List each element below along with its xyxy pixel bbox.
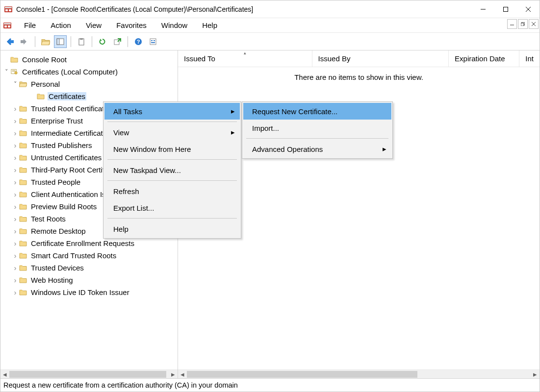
maximize-button[interactable] — [494, 0, 517, 18]
export-list-button[interactable] — [111, 35, 124, 48]
folder-icon — [19, 191, 28, 198]
toolbar-separator — [35, 36, 35, 47]
minimize-button[interactable] — [472, 0, 494, 18]
main-area: Console Root Certificates (Local Compute… — [0, 50, 540, 379]
expand-toggle-icon[interactable] — [11, 141, 19, 149]
mmc-window: Console1 - [Console Root\Certificates (L… — [0, 0, 540, 392]
scroll-left-icon[interactable]: ◂ — [178, 370, 187, 378]
expand-toggle-icon[interactable] — [11, 202, 19, 211]
folder-icon — [19, 154, 28, 162]
folder-icon — [37, 93, 46, 100]
folder-icon — [19, 227, 28, 235]
menu-window[interactable]: Window — [154, 20, 194, 30]
context-item-export-list[interactable]: Export List... — [104, 199, 240, 216]
expand-toggle-icon[interactable] — [11, 80, 19, 88]
context-item-new-window[interactable]: New Window from Here — [104, 141, 240, 157]
tree-horizontal-scrollbar[interactable]: ◂ ▸ — [0, 369, 178, 378]
expand-toggle-icon[interactable] — [11, 239, 19, 247]
folder-icon — [19, 166, 28, 174]
expand-toggle-icon[interactable] — [11, 288, 19, 296]
column-header-issued-to[interactable]: Issued To ▴ — [178, 50, 312, 67]
tree-node-wlid-token-issuer[interactable]: Windows Live ID Token Issuer — [0, 286, 178, 298]
scroll-right-icon[interactable]: ▸ — [169, 370, 178, 378]
tree-node-certificates-lm[interactable]: Certificates (Local Computer) — [0, 66, 178, 78]
expand-toggle-icon[interactable] — [11, 264, 19, 272]
menu-help[interactable]: Help — [195, 20, 224, 30]
show-hide-tree-button[interactable] — [54, 35, 67, 48]
expand-toggle-icon[interactable] — [11, 104, 19, 113]
column-header-intended[interactable]: Int — [519, 50, 540, 67]
tree-node-certificates[interactable]: Certificates — [0, 90, 178, 102]
context-separator — [107, 159, 237, 160]
expand-toggle-icon[interactable] — [11, 227, 19, 235]
expand-toggle-icon[interactable] — [11, 166, 19, 174]
expand-toggle-icon[interactable] — [11, 129, 19, 137]
folder-icon — [19, 80, 28, 88]
context-item-refresh[interactable]: Refresh — [104, 183, 240, 199]
customize-view-button[interactable] — [147, 35, 159, 48]
scroll-right-icon[interactable]: ▸ — [531, 370, 540, 378]
context-item-all-tasks[interactable]: All Tasks ▸ — [104, 103, 240, 120]
scroll-thumb[interactable] — [9, 371, 166, 378]
submenu-arrow-icon: ▸ — [231, 107, 235, 116]
expand-toggle-icon[interactable] — [11, 117, 19, 125]
tree-node-web-hosting[interactable]: Web Hosting — [0, 274, 178, 286]
content-horizontal-scrollbar[interactable]: ◂ ▸ — [178, 369, 540, 378]
help-button[interactable] — [132, 35, 145, 48]
tree-selected-label: Certificates — [48, 92, 86, 100]
refresh-button[interactable] — [96, 35, 109, 48]
window-title: Console1 - [Console Root\Certificates (L… — [16, 5, 472, 13]
mdi-minimize-button[interactable] — [507, 19, 517, 29]
status-bar: Request a new certificate from a certifi… — [0, 379, 540, 392]
menu-view[interactable]: View — [79, 20, 108, 30]
tree-node-console-root[interactable]: Console Root — [0, 53, 178, 66]
context-separator — [107, 218, 237, 219]
mdi-app-icon — [3, 22, 11, 29]
status-text: Request a new certificate from a certifi… — [3, 381, 238, 389]
menu-action[interactable]: Action — [44, 20, 78, 30]
expand-toggle-icon[interactable] — [11, 276, 19, 284]
tree-node-smartcard-roots[interactable]: Smart Card Trusted Roots — [0, 249, 178, 262]
folder-icon — [19, 203, 28, 211]
context-item-import[interactable]: Import... — [243, 120, 391, 136]
column-header-expiration[interactable]: Expiration Date — [449, 50, 519, 67]
context-item-view[interactable]: View ▸ — [104, 124, 240, 141]
tree-node-trusted-devices[interactable]: Trusted Devices — [0, 262, 178, 274]
folder-icon — [19, 142, 28, 149]
mdi-restore-button[interactable] — [518, 19, 528, 29]
back-button[interactable] — [3, 35, 16, 48]
expand-toggle-icon[interactable] — [2, 68, 10, 75]
column-header-issued-by[interactable]: Issued By — [312, 50, 449, 67]
forward-button[interactable] — [18, 35, 31, 48]
context-item-new-taskpad[interactable]: New Taskpad View... — [104, 162, 240, 178]
context-submenu-all-tasks: Request New Certificate... Import... Adv… — [242, 101, 393, 159]
up-one-level-button[interactable] — [39, 35, 52, 48]
tree-node-cert-enroll-req[interactable]: Certificate Enrollment Requests — [0, 237, 178, 249]
sort-ascending-icon: ▴ — [244, 50, 246, 55]
toolbar-separator — [71, 36, 71, 47]
context-item-advanced-ops[interactable]: Advanced Operations ▸ — [243, 141, 391, 157]
scroll-thumb[interactable] — [187, 371, 417, 378]
submenu-arrow-icon: ▸ — [383, 145, 386, 153]
close-button[interactable] — [517, 0, 540, 18]
folder-icon — [19, 105, 28, 113]
menu-favorites[interactable]: Favorites — [109, 20, 154, 30]
context-item-help[interactable]: Help — [104, 220, 240, 237]
expand-toggle-icon[interactable] — [11, 153, 19, 162]
toolbar — [0, 33, 540, 50]
folder-icon — [19, 289, 28, 296]
properties-button[interactable] — [75, 35, 88, 48]
context-menu: All Tasks ▸ View ▸ New Window from Here … — [103, 101, 241, 239]
scroll-left-icon[interactable]: ◂ — [0, 370, 9, 378]
svg-rect-20 — [504, 7, 508, 11]
tree-node-personal[interactable]: Personal — [0, 78, 178, 90]
expand-toggle-icon[interactable] — [11, 178, 19, 186]
menu-file[interactable]: File — [17, 20, 43, 30]
mdi-close-button[interactable] — [529, 19, 539, 29]
folder-icon — [19, 252, 28, 260]
context-item-request-new-cert[interactable]: Request New Certificate... — [243, 103, 391, 120]
context-separator — [107, 122, 237, 122]
expand-toggle-icon[interactable] — [11, 190, 19, 198]
expand-toggle-icon[interactable] — [11, 215, 19, 223]
expand-toggle-icon[interactable] — [11, 251, 19, 260]
